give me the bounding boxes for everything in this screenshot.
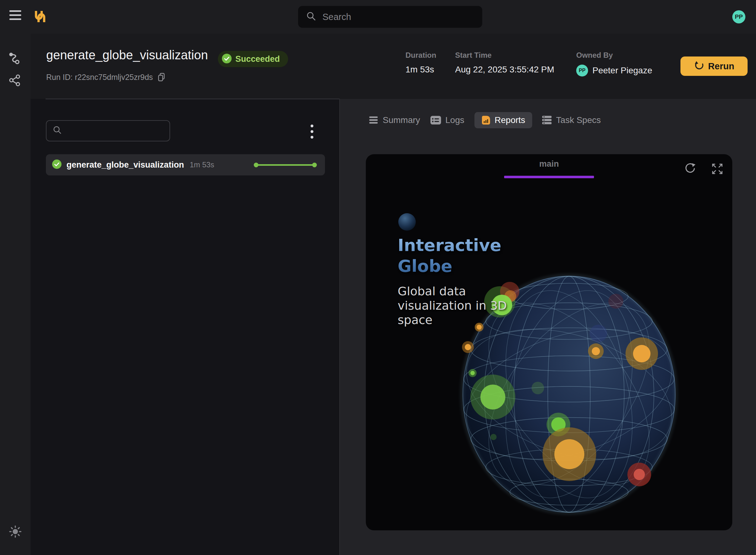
interactive-globe-canvas[interactable]	[366, 154, 732, 530]
tab-task-specs[interactable]: Task Specs	[542, 115, 601, 125]
tab-task-specs-label: Task Specs	[556, 115, 601, 125]
reports-icon	[481, 115, 491, 125]
global-search-input[interactable]	[322, 11, 478, 23]
copy-icon[interactable]	[157, 73, 166, 82]
globe-marker	[490, 434, 497, 440]
detail-tabs: Summary Logs Reports Task Spe	[369, 111, 601, 130]
tab-logs-label: Logs	[445, 115, 464, 125]
global-search	[298, 6, 482, 28]
node-row[interactable]: generate_globe_visualization 1m 53s	[46, 154, 325, 175]
route-icon[interactable]	[8, 51, 23, 66]
search-icon	[306, 11, 316, 23]
hamburger-menu-icon[interactable]	[9, 10, 23, 24]
meta-duration: Duration 1m 53s	[405, 51, 436, 75]
detail-panel: Summary Logs Reports Task Spe	[340, 99, 756, 555]
globe-marker	[634, 469, 645, 480]
meta-start-time-value: Aug 22, 2025 3:55:42 PM	[455, 65, 554, 75]
report-tab-main[interactable]: main	[366, 159, 732, 169]
tab-logs[interactable]: Logs	[430, 115, 464, 125]
meta-owned-by-label: Owned By	[576, 51, 652, 59]
meta-start-time-label: Start Time	[455, 51, 554, 59]
globe-marker	[633, 345, 651, 362]
share-icon[interactable]	[8, 73, 23, 87]
logs-icon	[430, 116, 441, 125]
run-header: generate_globe_visualization Succeeded R…	[31, 34, 756, 99]
page-title: generate_globe_visualization	[46, 48, 208, 62]
task-specs-icon	[542, 116, 552, 125]
node-duration: 1m 53s	[190, 161, 214, 169]
owner-avatar: PP	[576, 65, 588, 77]
globe-marker	[471, 371, 475, 375]
node-name: generate_globe_visualization	[66, 160, 184, 170]
tab-summary[interactable]: Summary	[369, 115, 420, 125]
tab-summary-label: Summary	[383, 115, 420, 125]
globe-marker	[590, 325, 607, 342]
rerun-button-label: Rerun	[708, 61, 735, 72]
meta-duration-label: Duration	[405, 51, 436, 59]
owner-name: Peeter Piegaze	[592, 66, 652, 76]
globe-marker	[465, 344, 471, 350]
node-search-input[interactable]	[66, 126, 166, 136]
check-circle-icon	[222, 54, 232, 65]
run-id-text: Run ID: r22snc75dmljv25zr9ds	[46, 73, 153, 82]
rerun-button[interactable]: Rerun	[680, 56, 748, 76]
meta-duration-value: 1m 53s	[405, 65, 436, 75]
check-circle-icon	[52, 160, 61, 170]
meta-owned-by: Owned By PP Peeter Piegaze	[576, 51, 652, 77]
refresh-icon[interactable]	[683, 162, 696, 176]
globe-marker	[608, 294, 623, 309]
search-icon	[53, 126, 62, 136]
status-badge: Succeeded	[218, 51, 288, 67]
report-tab-underline	[504, 176, 594, 178]
summary-icon	[369, 116, 379, 124]
meta-start-time: Start Time Aug 22, 2025 3:55:42 PM	[455, 51, 554, 75]
globe-title: Interactive Globe	[398, 235, 535, 276]
theme-toggle-sun-icon[interactable]	[8, 524, 23, 539]
node-timeline-bar	[254, 163, 317, 167]
globe-subtitle: Global data visualization in 3D space	[398, 284, 535, 327]
status-badge-label: Succeeded	[235, 54, 280, 64]
header-divider	[46, 99, 340, 99]
user-avatar[interactable]: PP	[732, 10, 745, 24]
expand-icon[interactable]	[712, 163, 723, 176]
node-search	[46, 120, 170, 141]
union-logo-icon[interactable]	[34, 10, 46, 23]
left-rail	[0, 34, 31, 555]
rerun-icon	[694, 61, 705, 72]
kebab-menu-icon[interactable]	[305, 122, 319, 141]
tab-reports[interactable]: Reports	[475, 112, 532, 128]
tab-reports-label: Reports	[495, 115, 525, 125]
globe-text-block: Interactive Globe Global data visualizat…	[398, 212, 535, 327]
globe-marker	[480, 385, 505, 410]
top-bar: PP	[0, 0, 756, 34]
globe-marker	[532, 382, 544, 394]
report-card: Interactive Globe Global data visualizat…	[366, 154, 732, 530]
globe-marker	[592, 347, 600, 355]
node-list-panel: generate_globe_visualization 1m 53s	[31, 99, 339, 555]
globe-marker	[554, 439, 584, 469]
